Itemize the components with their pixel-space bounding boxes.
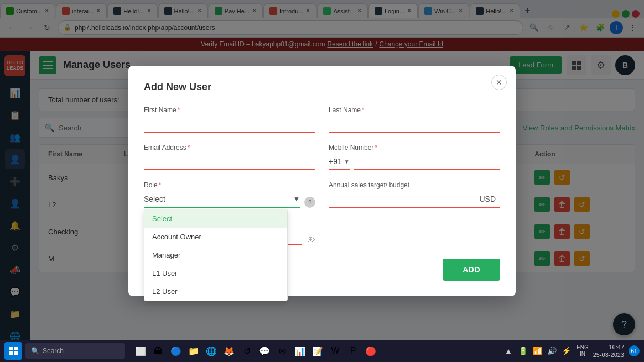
start-button[interactable]: [4, 342, 22, 360]
taskbar-app-icon[interactable]: 🔴: [363, 343, 378, 359]
taskbar-sticky-icon[interactable]: 📝: [310, 343, 325, 359]
role-dropdown-chevron-icon: ▼: [293, 195, 300, 203]
taskbar-battery-icon[interactable]: 🔋: [517, 345, 529, 357]
svg-rect-7: [9, 347, 13, 350]
taskbar-search-text: Search: [43, 347, 64, 355]
mobile-group: Mobile Number* +91 ▼: [329, 144, 500, 170]
taskbar-network-icon[interactable]: 📶: [531, 345, 543, 357]
taskbar-sys: ▲ 🔋 📶 🔊 ⚡ ENGIN 16:47 25-03-2023 61: [502, 343, 640, 359]
sales-target-input[interactable]: [329, 191, 475, 208]
taskbar-power-icon[interactable]: ⚡: [560, 345, 572, 357]
taskbar-dynamics-icon[interactable]: 📊: [292, 343, 308, 359]
taskbar-icons: ⬜ 🏔 🔵 📁 🌐 🦊 ↺ 💬 ✉ 📊 📝 W P 🔴: [133, 343, 378, 359]
first-name-group: First Name*: [144, 106, 315, 133]
svg-rect-9: [9, 351, 13, 355]
taskbar-word-icon[interactable]: W: [328, 343, 343, 359]
svg-rect-10: [14, 351, 18, 355]
taskbar-refresh-icon[interactable]: ↺: [239, 343, 255, 359]
taskbar-volume-icon[interactable]: 🔊: [546, 345, 558, 357]
taskbar-time-display: 16:47: [593, 343, 624, 351]
role-option-l1-user[interactable]: L1 User: [144, 264, 287, 282]
toggle-password-icon[interactable]: 👁: [307, 235, 315, 245]
taskbar-arrow-icon[interactable]: ▲: [502, 345, 515, 357]
svg-rect-8: [14, 347, 18, 350]
taskbar-teams-icon[interactable]: 💬: [257, 343, 272, 359]
email-input[interactable]: [144, 154, 315, 170]
form-row-role-sales: Role* Select ▼ Select Account Owner Mana…: [144, 181, 500, 208]
taskbar-clock[interactable]: 16:47 25-03-2023: [593, 343, 624, 359]
taskbar-folder-icon[interactable]: 📁: [186, 343, 201, 359]
taskbar-edge-icon[interactable]: 🔵: [168, 343, 184, 359]
role-selected-value: Select: [144, 195, 165, 203]
taskbar-search-icon: 🔍: [31, 347, 39, 355]
last-name-label: Last Name*: [329, 106, 500, 114]
taskbar-firefox-icon[interactable]: 🦊: [221, 343, 237, 359]
first-name-input[interactable]: [144, 116, 315, 133]
last-name-group: Last Name*: [329, 106, 500, 133]
taskbar-date-display: 25-03-2023: [593, 351, 624, 359]
phone-input-group: +91 ▼: [329, 154, 500, 170]
taskbar-search-box[interactable]: 🔍 Search: [25, 343, 125, 359]
mobile-label: Mobile Number*: [329, 144, 500, 151]
role-option-account-owner[interactable]: Account Owner: [144, 228, 287, 246]
phone-prefix-selector[interactable]: +91 ▼: [329, 154, 350, 170]
role-option-manager[interactable]: Manager: [144, 246, 287, 264]
taskbar: 🔍 Search ⬜ 🏔 🔵 📁 🌐 🦊 ↺ 💬 ✉ 📊 📝 W P 🔴 ▲ 🔋…: [0, 340, 644, 362]
last-name-input[interactable]: [329, 116, 500, 133]
modal-title: Add New User: [144, 81, 500, 93]
role-label: Role*: [144, 181, 315, 189]
taskbar-language[interactable]: ENGIN: [577, 344, 589, 358]
taskbar-notification-badge[interactable]: 61: [629, 345, 640, 356]
taskbar-landscape-icon[interactable]: 🏔: [150, 343, 166, 359]
taskbar-system-icons: ▲ 🔋 📶 🔊 ⚡: [502, 345, 572, 357]
phone-prefix-chevron-icon: ▼: [344, 159, 350, 165]
taskbar-powerpoint-icon[interactable]: P: [345, 343, 361, 359]
sales-label: Annual sales target/ budget: [329, 181, 500, 189]
sales-group: Annual sales target/ budget USD: [329, 181, 500, 208]
currency-label: USD: [475, 191, 500, 208]
modal-overlay[interactable]: Add New User ✕ First Name* Last Name* Em…: [0, 0, 644, 362]
taskbar-mail-icon[interactable]: ✉: [274, 343, 290, 359]
role-option-select[interactable]: Select: [144, 209, 287, 228]
modal-close-button[interactable]: ✕: [491, 75, 507, 90]
role-help-icon[interactable]: ?: [304, 197, 315, 208]
add-user-button[interactable]: ADD: [443, 259, 500, 281]
form-row-name: First Name* Last Name*: [144, 106, 500, 133]
form-row-contact: Email Address* Mobile Number* +91 ▼: [144, 144, 500, 170]
role-group: Role* Select ▼ Select Account Owner Mana…: [144, 181, 315, 208]
phone-input[interactable]: [354, 154, 500, 170]
phone-prefix-text: +91: [329, 157, 342, 166]
add-user-modal: Add New User ✕ First Name* Last Name* Em…: [128, 66, 516, 296]
taskbar-task-view-icon[interactable]: ⬜: [133, 343, 148, 359]
email-group: Email Address*: [144, 144, 315, 170]
role-select-container: Select ▼ Select Account Owner Manager L1…: [144, 191, 300, 208]
taskbar-chrome-icon[interactable]: 🌐: [204, 343, 219, 359]
role-select[interactable]: Select ▼: [144, 191, 300, 208]
role-option-l2-user[interactable]: L2 User: [144, 282, 287, 301]
first-name-label: First Name*: [144, 106, 315, 114]
role-dropdown: Select Account Owner Manager L1 User L2 …: [144, 209, 288, 301]
email-label: Email Address*: [144, 144, 315, 151]
